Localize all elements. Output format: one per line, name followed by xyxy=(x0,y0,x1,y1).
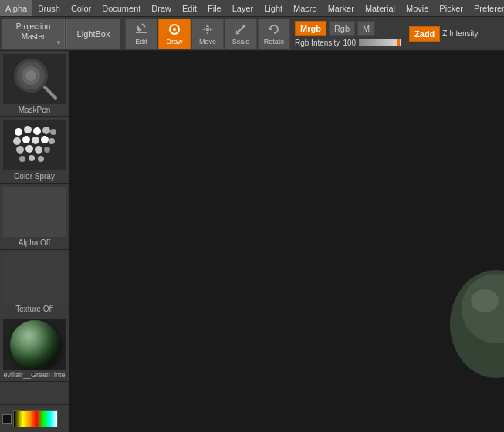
toolbar: ProjectionMaster ▼ LightBox Edit xyxy=(0,17,504,51)
menu-layer[interactable]: Layer xyxy=(227,0,259,16)
rgb-intensity-marker xyxy=(397,39,400,46)
svg-point-21 xyxy=(33,127,41,135)
svg-point-4 xyxy=(173,28,176,31)
rgb-intensity-slider[interactable] xyxy=(359,39,401,46)
svg-point-30 xyxy=(25,145,33,153)
maskpen-panel: MaskPen xyxy=(0,51,69,117)
svg-point-24 xyxy=(13,137,21,145)
svg-point-20 xyxy=(24,126,32,133)
rotate-tool-button[interactable]: Rotate xyxy=(258,19,290,49)
menu-document[interactable]: Document xyxy=(96,0,146,16)
tool-group: Edit Draw Move xyxy=(125,19,290,49)
svg-marker-5 xyxy=(206,24,209,27)
color-swatch-area xyxy=(0,404,69,432)
colorspray-panel: Color Spray xyxy=(0,117,69,184)
svg-line-2 xyxy=(142,24,145,27)
menu-file[interactable]: File xyxy=(202,0,227,16)
texture-label: Texture Off xyxy=(15,303,53,316)
edit-icon xyxy=(134,22,148,36)
sidebar: MaskPen xyxy=(0,51,69,432)
colorspray-thumbnail[interactable] xyxy=(3,120,66,170)
lightbox-label: LightBox xyxy=(77,29,110,39)
svg-point-33 xyxy=(19,156,25,162)
menu-picker[interactable]: Picker xyxy=(434,0,468,16)
texture-panel: Texture Off xyxy=(0,250,69,316)
projection-master-button[interactable]: ProjectionMaster ▼ xyxy=(2,19,65,49)
menu-material[interactable]: Material xyxy=(360,0,401,16)
rgb-intensity-value: 100 xyxy=(343,39,356,47)
lightbox-button[interactable]: LightBox xyxy=(66,19,120,49)
material-panel: evillair__GreenTinte xyxy=(0,316,69,382)
draw-label: Draw xyxy=(166,38,182,46)
rgb-intensity-label: Rgb Intensity xyxy=(295,39,340,47)
mrgb-button[interactable]: Mrgb xyxy=(295,21,326,36)
move-label: Move xyxy=(199,38,216,46)
maskpen-thumbnail[interactable] xyxy=(3,54,66,104)
foreground-color-swatch[interactable] xyxy=(2,414,12,424)
alpha-thumbnail[interactable] xyxy=(3,187,66,237)
svg-point-25 xyxy=(22,136,30,143)
maskpen-label: MaskPen xyxy=(19,104,51,116)
menu-movie[interactable]: Movie xyxy=(401,0,434,16)
right-toolbar: Mrgb Rgb M Rgb Intensity 100 xyxy=(295,21,502,47)
menu-light[interactable]: Light xyxy=(259,0,288,16)
draw-tool-button[interactable]: Draw xyxy=(158,19,191,49)
projection-master-arrow: ▼ xyxy=(56,39,62,47)
canvas-object xyxy=(427,262,504,401)
svg-rect-9 xyxy=(206,28,209,31)
scale-icon xyxy=(234,22,248,36)
scale-label: Scale xyxy=(232,38,250,46)
move-icon xyxy=(201,22,215,36)
material-label: evillair__GreenTinte xyxy=(3,370,65,381)
svg-point-35 xyxy=(38,156,44,162)
menu-brush[interactable]: Brush xyxy=(32,0,66,16)
edit-tool-button[interactable]: Edit xyxy=(125,19,157,49)
foreground-color xyxy=(3,415,11,423)
menu-color[interactable]: Color xyxy=(66,0,96,16)
z-intensity-label: Z Intensity xyxy=(442,29,478,38)
svg-marker-8 xyxy=(210,28,213,31)
svg-point-31 xyxy=(35,146,42,154)
material-thumbnail[interactable] xyxy=(3,319,66,370)
menu-preferences[interactable]: Preferences xyxy=(468,0,504,16)
menu-draw[interactable]: Draw xyxy=(146,0,177,16)
alpha-label: Alpha Off xyxy=(19,237,51,249)
menu-edit[interactable]: Edit xyxy=(177,0,202,16)
alpha-panel: Alpha Off xyxy=(0,184,69,250)
svg-point-28 xyxy=(49,138,55,144)
svg-marker-7 xyxy=(202,28,205,31)
svg-point-38 xyxy=(471,289,499,312)
svg-point-19 xyxy=(15,128,22,136)
svg-point-23 xyxy=(50,129,56,135)
svg-point-22 xyxy=(42,127,50,134)
svg-rect-0 xyxy=(136,32,147,33)
svg-point-34 xyxy=(29,155,35,161)
menu-bar: Alpha Brush Color Document Draw Edit Fil… xyxy=(0,0,504,17)
menu-alpha[interactable]: Alpha xyxy=(0,0,32,16)
rotate-label: Rotate xyxy=(264,38,285,46)
color-gradient-bar[interactable] xyxy=(13,410,58,427)
svg-point-29 xyxy=(16,146,24,154)
svg-point-32 xyxy=(44,147,50,153)
canvas-area[interactable] xyxy=(69,51,504,432)
texture-thumbnail[interactable] xyxy=(3,253,66,303)
svg-point-27 xyxy=(41,136,49,143)
svg-point-26 xyxy=(32,137,39,144)
svg-line-18 xyxy=(45,87,56,98)
edit-label: Edit xyxy=(135,38,147,46)
main-area: MaskPen xyxy=(0,51,504,432)
menu-marker[interactable]: Marker xyxy=(323,0,360,16)
zadd-button[interactable]: Zadd xyxy=(409,26,440,42)
m-button[interactable]: M xyxy=(357,21,375,36)
menu-macro[interactable]: Macro xyxy=(288,0,323,16)
svg-point-17 xyxy=(25,70,36,81)
scale-tool-button[interactable]: Scale xyxy=(225,19,257,49)
draw-icon xyxy=(167,22,181,36)
projection-master-label: ProjectionMaster xyxy=(6,22,60,42)
rotate-icon xyxy=(267,22,281,36)
move-tool-button[interactable]: Move xyxy=(191,19,224,49)
rgb-button[interactable]: Rgb xyxy=(329,21,355,36)
svg-marker-6 xyxy=(206,32,209,35)
colorspray-label: Color Spray xyxy=(14,170,55,183)
svg-marker-1 xyxy=(137,25,142,32)
